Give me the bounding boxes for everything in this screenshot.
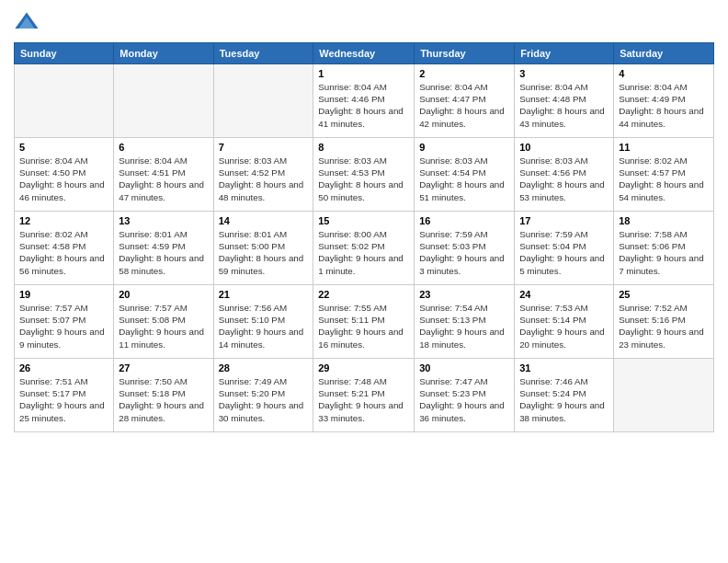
week-row: 12Sunrise: 8:02 AM Sunset: 4:58 PM Dayli… bbox=[15, 212, 714, 285]
day-number: 18 bbox=[619, 215, 709, 226]
day-number: 5 bbox=[19, 142, 108, 153]
week-row: 26Sunrise: 7:51 AM Sunset: 5:17 PM Dayli… bbox=[15, 359, 714, 432]
header bbox=[14, 9, 714, 35]
day-number: 15 bbox=[318, 215, 409, 226]
day-info: Sunrise: 7:49 AM Sunset: 5:20 PM Dayligh… bbox=[219, 375, 309, 424]
calendar-body: 1Sunrise: 8:04 AM Sunset: 4:46 PM Daylig… bbox=[15, 64, 714, 432]
logo-icon bbox=[14, 9, 40, 35]
calendar-cell: 14Sunrise: 8:01 AM Sunset: 5:00 PM Dayli… bbox=[213, 212, 313, 285]
calendar-cell: 15Sunrise: 8:00 AM Sunset: 5:02 PM Dayli… bbox=[313, 212, 415, 285]
calendar-cell: 11Sunrise: 8:02 AM Sunset: 4:57 PM Dayli… bbox=[614, 138, 714, 212]
day-info: Sunrise: 8:01 AM Sunset: 5:00 PM Dayligh… bbox=[219, 228, 309, 277]
calendar-cell: 4Sunrise: 8:04 AM Sunset: 4:49 PM Daylig… bbox=[614, 64, 714, 138]
weekday-header-row: SundayMondayTuesdayWednesdayThursdayFrid… bbox=[15, 43, 714, 64]
week-row: 5Sunrise: 8:04 AM Sunset: 4:50 PM Daylig… bbox=[15, 138, 714, 212]
day-info: Sunrise: 8:03 AM Sunset: 4:56 PM Dayligh… bbox=[519, 155, 609, 203]
day-info: Sunrise: 7:57 AM Sunset: 5:07 PM Dayligh… bbox=[19, 302, 108, 350]
day-info: Sunrise: 8:04 AM Sunset: 4:49 PM Dayligh… bbox=[619, 81, 709, 130]
calendar-cell: 19Sunrise: 7:57 AM Sunset: 5:07 PM Dayli… bbox=[15, 285, 114, 359]
day-info: Sunrise: 7:50 AM Sunset: 5:18 PM Dayligh… bbox=[119, 375, 208, 424]
calendar-cell bbox=[614, 359, 714, 432]
calendar-cell: 8Sunrise: 8:03 AM Sunset: 4:53 PM Daylig… bbox=[313, 138, 415, 212]
calendar-cell: 25Sunrise: 7:52 AM Sunset: 5:16 PM Dayli… bbox=[614, 285, 714, 359]
weekday-header-cell: Friday bbox=[515, 43, 614, 64]
calendar-cell: 12Sunrise: 8:02 AM Sunset: 4:58 PM Dayli… bbox=[15, 212, 114, 285]
calendar-cell: 13Sunrise: 8:01 AM Sunset: 4:59 PM Dayli… bbox=[114, 212, 213, 285]
day-info: Sunrise: 7:57 AM Sunset: 5:08 PM Dayligh… bbox=[119, 302, 208, 350]
calendar-cell: 24Sunrise: 7:53 AM Sunset: 5:14 PM Dayli… bbox=[515, 285, 614, 359]
calendar-cell: 20Sunrise: 7:57 AM Sunset: 5:08 PM Dayli… bbox=[114, 285, 213, 359]
calendar-cell: 2Sunrise: 8:04 AM Sunset: 4:47 PM Daylig… bbox=[415, 64, 515, 138]
day-info: Sunrise: 8:00 AM Sunset: 5:02 PM Dayligh… bbox=[318, 228, 409, 277]
calendar-cell: 18Sunrise: 7:58 AM Sunset: 5:06 PM Dayli… bbox=[614, 212, 714, 285]
calendar-cell: 21Sunrise: 7:56 AM Sunset: 5:10 PM Dayli… bbox=[213, 285, 313, 359]
day-number: 17 bbox=[519, 215, 609, 226]
day-info: Sunrise: 7:58 AM Sunset: 5:06 PM Dayligh… bbox=[619, 228, 709, 277]
day-info: Sunrise: 7:59 AM Sunset: 5:04 PM Dayligh… bbox=[519, 228, 609, 277]
day-number: 29 bbox=[318, 362, 409, 373]
day-number: 27 bbox=[119, 362, 208, 373]
day-info: Sunrise: 8:02 AM Sunset: 4:57 PM Dayligh… bbox=[619, 155, 709, 203]
day-number: 22 bbox=[318, 289, 409, 300]
day-number: 11 bbox=[619, 142, 709, 153]
calendar-cell: 16Sunrise: 7:59 AM Sunset: 5:03 PM Dayli… bbox=[415, 212, 515, 285]
week-row: 1Sunrise: 8:04 AM Sunset: 4:46 PM Daylig… bbox=[15, 64, 714, 138]
day-info: Sunrise: 8:04 AM Sunset: 4:51 PM Dayligh… bbox=[119, 155, 208, 203]
day-number: 20 bbox=[119, 289, 208, 300]
day-number: 6 bbox=[119, 142, 208, 153]
day-number: 8 bbox=[318, 142, 409, 153]
day-number: 9 bbox=[419, 142, 509, 153]
day-number: 12 bbox=[19, 215, 108, 226]
day-info: Sunrise: 7:56 AM Sunset: 5:10 PM Dayligh… bbox=[219, 302, 309, 350]
day-info: Sunrise: 7:54 AM Sunset: 5:13 PM Dayligh… bbox=[419, 302, 509, 350]
weekday-header-cell: Wednesday bbox=[313, 43, 415, 64]
day-number: 2 bbox=[419, 68, 509, 79]
day-number: 23 bbox=[419, 289, 509, 300]
day-number: 13 bbox=[119, 215, 208, 226]
day-number: 3 bbox=[519, 68, 609, 79]
weekday-header-cell: Saturday bbox=[614, 43, 714, 64]
day-number: 4 bbox=[619, 68, 709, 79]
calendar-cell: 3Sunrise: 8:04 AM Sunset: 4:48 PM Daylig… bbox=[515, 64, 614, 138]
day-number: 28 bbox=[219, 362, 309, 373]
day-info: Sunrise: 8:04 AM Sunset: 4:46 PM Dayligh… bbox=[318, 81, 409, 130]
logo bbox=[14, 9, 43, 35]
calendar-cell: 28Sunrise: 7:49 AM Sunset: 5:20 PM Dayli… bbox=[213, 359, 313, 432]
day-number: 24 bbox=[519, 289, 609, 300]
day-info: Sunrise: 7:52 AM Sunset: 5:16 PM Dayligh… bbox=[619, 302, 709, 350]
day-info: Sunrise: 7:48 AM Sunset: 5:21 PM Dayligh… bbox=[318, 375, 409, 424]
calendar-cell: 26Sunrise: 7:51 AM Sunset: 5:17 PM Dayli… bbox=[15, 359, 114, 432]
calendar-cell: 9Sunrise: 8:03 AM Sunset: 4:54 PM Daylig… bbox=[415, 138, 515, 212]
day-number: 14 bbox=[219, 215, 309, 226]
day-info: Sunrise: 8:03 AM Sunset: 4:52 PM Dayligh… bbox=[219, 155, 309, 203]
calendar-cell: 10Sunrise: 8:03 AM Sunset: 4:56 PM Dayli… bbox=[515, 138, 614, 212]
week-row: 19Sunrise: 7:57 AM Sunset: 5:07 PM Dayli… bbox=[15, 285, 714, 359]
day-number: 26 bbox=[19, 362, 108, 373]
day-number: 16 bbox=[419, 215, 509, 226]
day-info: Sunrise: 7:53 AM Sunset: 5:14 PM Dayligh… bbox=[519, 302, 609, 350]
calendar-cell: 6Sunrise: 8:04 AM Sunset: 4:51 PM Daylig… bbox=[114, 138, 213, 212]
weekday-header-cell: Sunday bbox=[15, 43, 114, 64]
calendar-table: SundayMondayTuesdayWednesdayThursdayFrid… bbox=[14, 42, 714, 432]
weekday-header-cell: Monday bbox=[114, 43, 213, 64]
calendar-cell: 17Sunrise: 7:59 AM Sunset: 5:04 PM Dayli… bbox=[515, 212, 614, 285]
day-info: Sunrise: 8:04 AM Sunset: 4:47 PM Dayligh… bbox=[419, 81, 509, 130]
day-info: Sunrise: 7:55 AM Sunset: 5:11 PM Dayligh… bbox=[318, 302, 409, 350]
weekday-header-cell: Thursday bbox=[415, 43, 515, 64]
calendar-cell: 31Sunrise: 7:46 AM Sunset: 5:24 PM Dayli… bbox=[515, 359, 614, 432]
calendar-cell: 1Sunrise: 8:04 AM Sunset: 4:46 PM Daylig… bbox=[313, 64, 415, 138]
day-info: Sunrise: 8:01 AM Sunset: 4:59 PM Dayligh… bbox=[119, 228, 208, 277]
calendar-cell: 23Sunrise: 7:54 AM Sunset: 5:13 PM Dayli… bbox=[415, 285, 515, 359]
page: SundayMondayTuesdayWednesdayThursdayFrid… bbox=[0, 0, 728, 563]
day-info: Sunrise: 8:04 AM Sunset: 4:50 PM Dayligh… bbox=[19, 155, 108, 203]
day-number: 21 bbox=[219, 289, 309, 300]
day-info: Sunrise: 7:51 AM Sunset: 5:17 PM Dayligh… bbox=[19, 375, 108, 424]
calendar-cell bbox=[114, 64, 213, 138]
day-number: 30 bbox=[419, 362, 509, 373]
day-info: Sunrise: 8:03 AM Sunset: 4:53 PM Dayligh… bbox=[318, 155, 409, 203]
day-number: 10 bbox=[519, 142, 609, 153]
day-number: 31 bbox=[519, 362, 609, 373]
day-info: Sunrise: 8:04 AM Sunset: 4:48 PM Dayligh… bbox=[519, 81, 609, 130]
day-info: Sunrise: 7:46 AM Sunset: 5:24 PM Dayligh… bbox=[519, 375, 609, 424]
day-number: 7 bbox=[219, 142, 309, 153]
